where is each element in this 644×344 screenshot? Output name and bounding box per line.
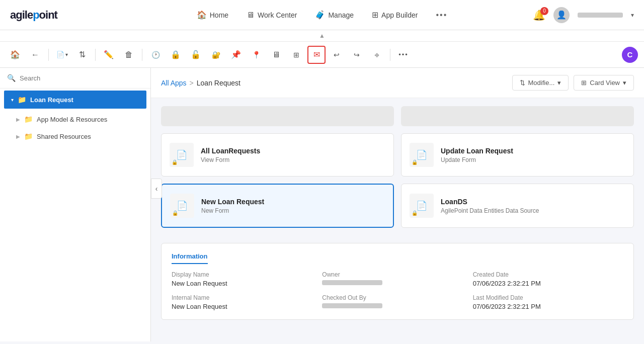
panel-toggle-button[interactable]: ‹ xyxy=(151,179,162,199)
nav-manage[interactable]: 🧳 Manage xyxy=(308,6,361,24)
sort-button[interactable]: ⇅ Modifie... ▾ xyxy=(512,75,569,91)
card-icon-container-1: 📄 🔒 xyxy=(170,143,194,167)
card-update-loan-request[interactable]: 📄 🔒 Update Loan Request Update Form xyxy=(401,133,634,177)
card-icon-2: 📄 🔒 xyxy=(410,143,434,167)
nav-more-button[interactable]: ••• xyxy=(429,7,454,24)
form-icon-2: 📄 xyxy=(416,149,427,160)
toolbar-circle-button[interactable]: C xyxy=(622,47,638,63)
card-icon-container-2: 📄 🔒 xyxy=(410,143,434,167)
nav-appbuilder[interactable]: ⊞ App Builder xyxy=(365,6,425,24)
collapse-bar[interactable]: ▲ xyxy=(0,30,644,42)
card-subtitle-3: New Form xyxy=(201,207,264,214)
toolbar-signin-button[interactable]: ⎆ xyxy=(368,46,386,64)
info-label-last-modified: Last Modified Date xyxy=(473,294,623,301)
user-avatar: 👤 xyxy=(553,7,570,23)
toolbar-home-button[interactable]: 🏠 xyxy=(6,46,24,64)
view-button[interactable]: ⊞ Card View ▾ xyxy=(574,75,634,91)
sidebar-item-app-model[interactable]: ▶ 📁 App Model & Resources xyxy=(0,111,150,128)
sidebar-item-loan-request[interactable]: ▾ 📁 Loan Request xyxy=(4,91,146,109)
toolbar-back-button[interactable]: ← xyxy=(26,46,44,64)
sort-chevron-icon: ▾ xyxy=(557,79,561,87)
nav-right: 🔔 0 👤 ▾ xyxy=(533,7,634,23)
info-field-checked-out-by: Checked Out By xyxy=(322,294,472,310)
top-nav: agilepoint 🏠 Home 🖥 Work Center 🧳 Manage… xyxy=(0,0,644,30)
sidebar-sub-folder-icon-2: 📁 xyxy=(24,132,33,140)
toolbar-reply-button[interactable]: ↩ xyxy=(328,46,346,64)
nav-home[interactable]: 🏠 Home xyxy=(190,6,235,24)
card-content-4: LoanDS AgilePoint Data Entities Data Sou… xyxy=(441,198,539,214)
home-icon: 🏠 xyxy=(197,10,207,20)
toolbar-forward-button[interactable]: ↪ xyxy=(348,46,366,64)
toolbar-divider-4 xyxy=(390,49,390,61)
monitor-icon: 🖥 xyxy=(247,11,255,20)
notifications-button[interactable]: 🔔 0 xyxy=(533,9,545,21)
toolbar-more-button[interactable]: ••• xyxy=(394,46,413,64)
card-title-1: All LoanRequests xyxy=(201,147,260,155)
toolbar-lock-button[interactable]: 🔒 xyxy=(167,46,185,64)
toolbar-grid-button[interactable]: ⊞ xyxy=(287,46,305,64)
card-content-2: Update Loan Request Update Form xyxy=(441,147,513,163)
card-all-loan-requests[interactable]: 📄 🔒 All LoanRequests View Form xyxy=(161,133,394,177)
search-input[interactable] xyxy=(20,74,143,82)
toolbar-lockalt-button[interactable]: 🔐 xyxy=(207,46,225,64)
search-box: 🔍 xyxy=(0,68,150,89)
info-grid: Display Name New Loan Request Owner Crea… xyxy=(172,271,623,310)
nav-items: 🏠 Home 🖥 Work Center 🧳 Manage ⊞ App Buil… xyxy=(190,6,454,24)
card-content-3: New Loan Request New Form xyxy=(201,198,264,214)
cards-row-1: 📄 🔒 All LoanRequests View Form 📄 🔒 xyxy=(161,133,634,177)
card-subtitle-4: AgilePoint Data Entities Data Source xyxy=(441,207,539,214)
toolbar-history-button[interactable]: 🕐 xyxy=(146,46,165,64)
nav-home-label: Home xyxy=(210,11,228,19)
sidebar-item-shared-resources[interactable]: ▶ 📁 Shared Resources xyxy=(0,128,150,145)
breadcrumb-separator: > xyxy=(190,79,194,87)
sidebar-chevron-icon: ▾ xyxy=(11,97,14,103)
sort-label: Modifie... xyxy=(528,79,555,87)
info-field-owner: Owner xyxy=(322,271,472,287)
view-label: Card View xyxy=(590,79,620,87)
toolbar-unlock-button[interactable]: 🔓 xyxy=(187,46,205,64)
toolbar-divider-3 xyxy=(142,49,142,61)
card-loands[interactable]: 📄 🔒 LoanDS AgilePoint Data Entities Data… xyxy=(401,184,634,228)
card-title-2: Update Loan Request xyxy=(441,147,513,155)
toolbar-new-button[interactable]: 📄▾ xyxy=(53,46,71,64)
content-area: ‹ All Apps > Loan Request ⇅ Modifie... ▾… xyxy=(151,68,644,341)
info-tab[interactable]: Information xyxy=(172,252,208,264)
info-field-internal-name: Internal Name New Loan Request xyxy=(172,294,322,310)
card-subtitle-2: Update Form xyxy=(441,156,513,163)
sidebar-sub-folder-icon-1: 📁 xyxy=(24,115,33,123)
logo: agilepoint xyxy=(10,9,57,22)
sidebar-folder-icon: 📁 xyxy=(18,96,26,104)
info-value-checked-out-blurred xyxy=(322,303,382,308)
toolbar-screen-button[interactable]: 🖥 xyxy=(267,46,285,64)
breadcrumb: All Apps > Loan Request xyxy=(161,79,240,87)
logo-text: agilepoint xyxy=(10,9,57,22)
main-layout: 🔍 ▾ 📁 Loan Request ▶ 📁 App Model & Resou… xyxy=(0,68,644,341)
toolbar-email-button[interactable]: ✉ xyxy=(307,46,326,64)
card-title-4: LoanDS xyxy=(441,198,539,206)
search-icon: 🔍 xyxy=(7,74,16,82)
grid-icon: ⊞ xyxy=(372,10,378,20)
toolbar-edit-button[interactable]: ✏️ xyxy=(100,46,118,64)
view-chevron-icon: ▾ xyxy=(623,79,626,87)
nav-manage-label: Manage xyxy=(328,11,354,19)
card-icon-1: 📄 🔒 xyxy=(170,143,194,167)
toolbar-pin-button[interactable]: 📌 xyxy=(227,46,245,64)
card-new-loan-request[interactable]: 📄 🔒 New Loan Request New Form xyxy=(161,184,394,228)
toolbar-sort-button[interactable]: ⇅ xyxy=(73,46,91,64)
info-value-owner-blurred xyxy=(322,280,382,285)
info-panel: Information Display Name New Loan Reques… xyxy=(161,243,634,320)
breadcrumb-parent[interactable]: All Apps xyxy=(161,79,187,87)
nav-workcenter[interactable]: 🖥 Work Center xyxy=(239,7,304,24)
info-field-created-date: Created Date 07/06/2023 2:32:21 PM xyxy=(473,271,623,287)
cards-area: 📄 🔒 All LoanRequests View Form 📄 🔒 xyxy=(151,98,644,243)
sidebar-sub-label-1: App Model & Resources xyxy=(37,116,107,123)
nav-appbuilder-label: App Builder xyxy=(381,11,418,19)
toolbar: 🏠 ← 📄▾ ⇅ ✏️ 🗑 🕐 🔒 🔓 🔐 📌 📍 🖥 ⊞ ✉ ↩ ↪ ⎆ ••… xyxy=(0,42,644,68)
toolbar-location-button[interactable]: 📍 xyxy=(247,46,265,64)
content-header: All Apps > Loan Request ⇅ Modifie... ▾ ⊞… xyxy=(151,68,644,98)
user-menu-chevron[interactable]: ▾ xyxy=(631,12,634,19)
more-dots-icon: ••• xyxy=(436,11,447,20)
card-title-3: New Loan Request xyxy=(201,198,264,206)
nav-workcenter-label: Work Center xyxy=(258,11,297,19)
toolbar-delete-button[interactable]: 🗑 xyxy=(120,46,138,64)
